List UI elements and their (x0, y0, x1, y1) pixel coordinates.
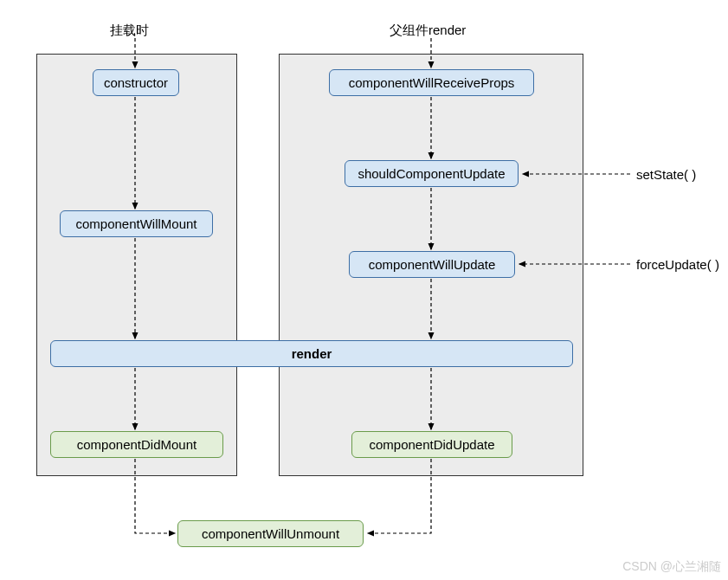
title-mounting: 挂载时 (110, 23, 149, 39)
node-component-did-update: componentDidUpdate (351, 431, 512, 458)
node-component-will-receive-props: componentWillReceiveProps (329, 69, 534, 96)
node-component-will-unmount: componentWillUnmount (177, 520, 364, 547)
label-setstate: setState( ) (636, 167, 696, 182)
node-component-will-mount: componentWillMount (60, 210, 213, 237)
node-render: render (50, 340, 573, 367)
label-forceupdate: forceUpdate( ) (636, 257, 719, 272)
node-component-will-update: componentWillUpdate (349, 251, 515, 278)
panel-mounting (36, 54, 237, 476)
diagram-container: 挂载时 父组件render constructor componentWillM… (0, 0, 728, 580)
node-component-did-mount: componentDidMount (50, 431, 223, 458)
node-constructor: constructor (93, 69, 179, 96)
title-parent-render: 父组件render (390, 23, 466, 39)
node-should-component-update: shouldComponentUpdate (345, 160, 519, 187)
watermark: CSDN @心兰湘随 (622, 559, 721, 575)
